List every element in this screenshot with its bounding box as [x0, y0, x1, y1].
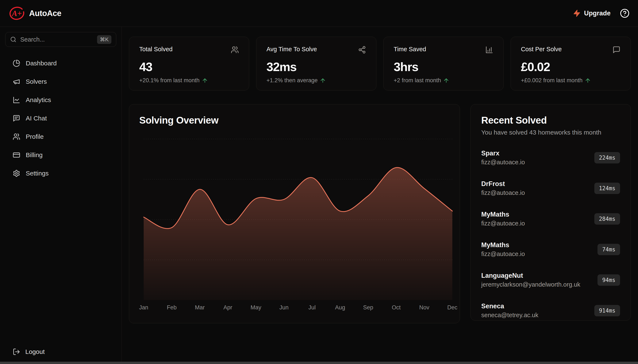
sidebar-item-profile[interactable]: Profile [5, 131, 116, 142]
x-axis-label-dec: Dec [447, 304, 457, 311]
search-input[interactable]: Search... ⌘K [5, 32, 116, 47]
solver-email: fizz@autoace.io [481, 159, 525, 166]
sidebar-item-solvers[interactable]: Solvers [5, 76, 116, 88]
stats-row: Total Solved 43 +20.1% from last month A… [129, 37, 631, 90]
stat-value: £0.02 [521, 60, 620, 74]
settings-icon [13, 170, 20, 177]
solver-name: MyMaths [481, 241, 525, 249]
recent-solved-list: Sparx fizz@autoace.io 224ms DrFrost fizz… [481, 150, 620, 319]
users-icon [13, 133, 20, 140]
solve-time-badge: 124ms [594, 183, 620, 194]
sidebar-item-label: Settings [26, 170, 49, 177]
help-button[interactable] [620, 8, 629, 18]
sidebar-item-label: Dashboard [26, 60, 57, 67]
arrow-up-icon [202, 78, 208, 84]
search-placeholder: Search... [20, 36, 93, 43]
x-axis-label-aug: Aug [335, 304, 345, 311]
x-axis-label-jan: Jan [139, 304, 148, 311]
autoace-logo: A+ [9, 5, 25, 22]
stat-card-time-saved: Time Saved 3hrs +2 from last month [383, 37, 504, 90]
search-shortcut-badge: ⌘K [97, 35, 111, 44]
sidebar: Search... ⌘K Dashboard Solvers Analytics… [0, 27, 122, 364]
sidebar-nav: Dashboard Solvers Analytics AI Chat Prof… [5, 57, 116, 179]
sidebar-item-label: Profile [26, 133, 44, 140]
x-axis-label-oct: Oct [392, 304, 401, 311]
stat-value: 32ms [266, 60, 366, 74]
solver-email: fizz@autoace.io [481, 250, 525, 258]
sidebar-item-analytics[interactable]: Analytics [5, 94, 116, 106]
upgrade-label: Upgrade [584, 10, 610, 17]
stat-card-cost-per-solve: Cost Per Solve £0.02 +£0.002 from last m… [510, 37, 631, 90]
stat-value: 3hrs [394, 60, 493, 74]
bottom-scrollbar-strip[interactable] [0, 362, 638, 364]
topbar-actions: Upgrade [573, 8, 629, 18]
users-icon [231, 46, 239, 54]
circle-help-icon [620, 8, 629, 18]
credit-card-icon [13, 151, 20, 159]
stat-card-total-solved: Total Solved 43 +20.1% from last month [129, 37, 249, 90]
brand: A+ AutoAce [9, 5, 61, 22]
solve-time-badge: 94ms [597, 274, 620, 286]
solving-overview-chart [129, 104, 460, 324]
solver-name: LanguageNut [481, 272, 580, 280]
recent-solved-row: Seneca seneca@tetrey.ac.uk 914ms [481, 302, 620, 319]
arrow-up-icon [585, 78, 591, 84]
arrow-up-icon [320, 78, 326, 84]
solver-email: jeremyclarkson@yandelworth.org.uk [481, 281, 580, 288]
stat-title: Avg Time To Solve [266, 46, 317, 53]
solving-overview-card: Solving Overview JanFebMarAprMayJunJulAu… [129, 104, 460, 323]
share-2-icon [358, 46, 366, 54]
sidebar-item-label: AI Chat [26, 115, 47, 122]
solver-name: Sparx [481, 150, 525, 157]
stat-title: Total Solved [139, 46, 173, 53]
zap-icon [573, 10, 581, 17]
sidebar-item-settings[interactable]: Settings [5, 168, 116, 179]
recent-solved-row: Sparx fizz@autoace.io 224ms [481, 150, 620, 166]
solver-name: Seneca [481, 302, 538, 310]
sidebar-item-billing[interactable]: Billing [5, 149, 116, 161]
logout-label: Logout [25, 348, 45, 355]
solve-time-badge: 284ms [594, 213, 620, 224]
recent-solved-card: Recent Solved You have solved 43 homewor… [470, 104, 631, 320]
stat-value: 43 [139, 60, 239, 74]
recent-solved-row: LanguageNut jeremyclarkson@yandelworth.o… [481, 272, 620, 288]
recent-solved-title: Recent Solved [481, 114, 620, 126]
main-content: Total Solved 43 +20.1% from last month A… [122, 27, 638, 364]
arrow-up-icon [443, 78, 449, 84]
stat-title: Time Saved [394, 46, 426, 53]
x-axis-label-jun: Jun [279, 304, 289, 311]
top-bar: A+ AutoAce Upgrade [0, 0, 638, 27]
sidebar-item-label: Solvers [26, 78, 47, 85]
logo-a-plus-text: A+ [12, 9, 22, 18]
solve-time-badge: 914ms [594, 305, 620, 316]
pie-chart-icon [13, 60, 20, 67]
solver-name: MyMaths [481, 211, 525, 218]
stat-delta: +£0.002 from last month [521, 77, 620, 84]
x-axis-label-apr: Apr [223, 304, 232, 311]
bar-chart-icon [485, 46, 493, 54]
stat-delta: +2 from last month [394, 77, 493, 84]
upgrade-button[interactable]: Upgrade [573, 10, 610, 17]
x-axis-label-jul: Jul [308, 304, 316, 311]
message-square-text-icon [13, 114, 20, 122]
stat-delta-text: +£0.002 from last month [521, 77, 582, 84]
search-icon [10, 36, 17, 42]
stat-delta: +20.1% from last month [139, 77, 239, 84]
stat-delta: +1.2% then average [266, 77, 366, 84]
sidebar-item-label: Analytics [26, 96, 51, 104]
sidebar-item-ai-chat[interactable]: AI Chat [5, 112, 116, 124]
log-out-icon [13, 348, 20, 356]
sidebar-item-dashboard[interactable]: Dashboard [5, 57, 116, 69]
stat-delta-text: +1.2% then average [266, 77, 318, 84]
solver-email: seneca@tetrey.ac.uk [481, 312, 538, 319]
x-axis-label-sep: Sep [363, 304, 373, 311]
x-axis-label-mar: Mar [195, 304, 205, 311]
message-square-icon [612, 46, 620, 54]
x-axis-label-nov: Nov [419, 304, 429, 311]
solver-name: DrFrost [481, 180, 525, 188]
recent-solved-row: DrFrost fizz@autoace.io 124ms [481, 180, 620, 196]
recent-solved-row: MyMaths fizz@autoace.io 284ms [481, 211, 620, 227]
x-axis-label-feb: Feb [167, 304, 177, 311]
solve-time-badge: 74ms [597, 244, 620, 255]
logout-button[interactable]: Logout [13, 348, 45, 356]
